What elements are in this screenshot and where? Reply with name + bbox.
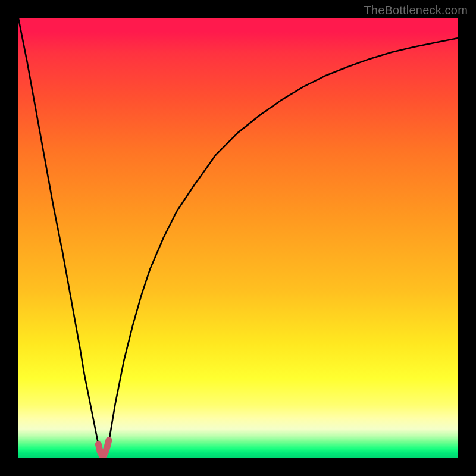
minimum-marker — [98, 440, 109, 455]
curve-layer — [18, 18, 458, 458]
plot-area — [18, 18, 458, 458]
bottleneck-curve — [18, 18, 458, 455]
watermark-text: TheBottleneck.com — [364, 4, 468, 17]
chart-frame: TheBottleneck.com — [0, 0, 476, 476]
